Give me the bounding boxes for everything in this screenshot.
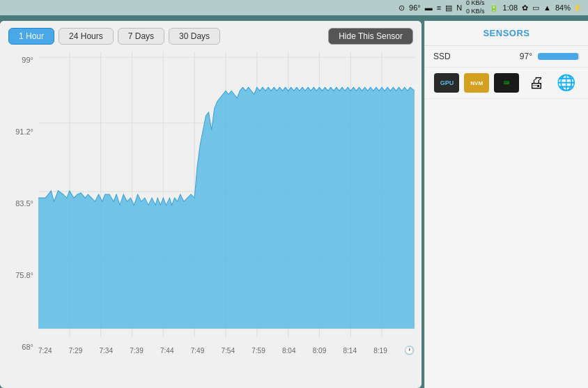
x-label-809: 8:09 <box>313 347 326 355</box>
hide-sensor-button[interactable]: Hide This Sensor <box>328 28 413 45</box>
1hour-button[interactable]: 1 Hour <box>8 28 54 45</box>
display-icon: ▭ <box>532 3 539 13</box>
x-label-819: 8:19 <box>373 347 387 355</box>
ssd-bar-fill <box>538 53 578 60</box>
x-label-754: 7:54 <box>222 347 235 355</box>
x-label-804: 8:04 <box>282 347 295 355</box>
x-label-729: 7:29 <box>69 347 82 355</box>
30days-button[interactable]: 30 Days <box>169 28 220 45</box>
nvme-monitor-icon[interactable]: NVM <box>464 73 489 93</box>
menu-bar: ⊙ 96° ▬ ≡ ▤ N 0 KB/s0 KB/s 🔋 1:08 ✿ ▭ ▲ … <box>0 0 588 15</box>
y-axis-labels: 99° 91.2° 83.5° 75.8° 68° <box>4 52 38 358</box>
y-label-68: 68° <box>4 343 38 351</box>
battery-charging-icon: 🔋 <box>489 3 499 13</box>
network-speeds: 0 KB/s0 KB/s <box>466 0 485 16</box>
terminal-icon[interactable]: ⌨ <box>494 73 519 93</box>
sensors-panel: SENSORS SSD 97° GPU NVM ⌨ 🖨 🌐 <box>424 21 588 388</box>
ssd-bar <box>538 53 580 60</box>
x-label-739: 7:39 <box>130 347 143 355</box>
wifi-icon: ▲ <box>543 3 551 12</box>
ssd-icon: ▤ <box>445 3 452 13</box>
x-label-759: 7:59 <box>252 347 265 355</box>
temp-reading: 96° <box>409 3 421 12</box>
7days-button[interactable]: 7 Days <box>118 28 164 45</box>
y-label-99: 99° <box>4 56 38 64</box>
y-label-758: 75.8° <box>4 271 38 279</box>
y-label-835: 83.5° <box>4 199 38 208</box>
clock: 1:08 <box>503 3 518 12</box>
sensor-icons-grid: GPU NVM ⌨ 🖨 🌐 <box>425 68 588 99</box>
ssd-value: 97° <box>520 52 532 61</box>
svg-marker-16 <box>38 87 415 328</box>
chart-panel: 1 Hour 24 Hours 7 Days 30 Days Hide This… <box>0 21 421 388</box>
x-label-814: 8:14 <box>343 347 357 355</box>
battery-bar-icon: ▬ <box>425 3 433 12</box>
n-badge: N <box>456 3 462 12</box>
bluetooth-icon: ✿ <box>522 3 528 13</box>
x-label-724: 7:24 <box>38 347 52 355</box>
printer-icon[interactable]: 🖨 <box>524 73 549 93</box>
x-label-744: 7:44 <box>160 347 173 355</box>
mem-icon: ≡ <box>437 3 441 12</box>
gpu-monitor-icon[interactable]: GPU <box>434 73 459 93</box>
24hours-button[interactable]: 24 Hours <box>59 28 114 45</box>
ssd-sensor-row: SSD 97° <box>425 46 588 68</box>
clock-icon: 🕐 <box>404 346 415 355</box>
rainbow-icon[interactable]: 🌐 <box>554 73 579 93</box>
ssd-label: SSD <box>433 52 520 61</box>
chart-svg <box>38 52 415 337</box>
battery-percent: 84% ⚡ <box>555 3 582 13</box>
sensors-title: SENSORS <box>425 21 588 46</box>
y-label-912: 91.2° <box>4 127 38 136</box>
activity-monitor-icon[interactable]: ⊙ <box>399 3 405 13</box>
x-label-749: 7:49 <box>191 347 204 355</box>
x-label-734: 7:34 <box>100 347 113 355</box>
time-range-toolbar: 1 Hour 24 Hours 7 Days 30 Days Hide This… <box>0 21 421 52</box>
